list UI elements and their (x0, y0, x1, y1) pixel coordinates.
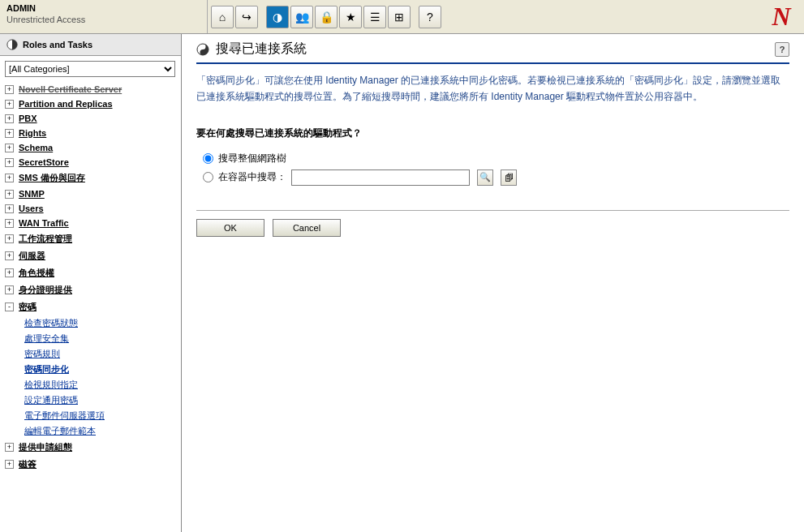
sidebar-item-password[interactable]: -密碼 (5, 298, 176, 315)
sidebar-header: Roles and Tasks (0, 34, 181, 56)
radio-search-container-label: 在容器中搜尋： (218, 170, 286, 184)
sub-sync[interactable]: 密碼同步化 (24, 362, 176, 377)
sub-email-server[interactable]: 電子郵件伺服器選項 (24, 408, 176, 423)
radio-row-tree: 搜尋整個網路樹 (203, 152, 789, 165)
sub-universal[interactable]: 設定通用密碼 (24, 393, 176, 408)
list-icon[interactable]: ☰ (363, 6, 386, 28)
page-title: 搜尋已連接系統 (216, 41, 775, 58)
users-icon[interactable]: 👥 (290, 6, 313, 28)
page-header: 搜尋已連接系統 ? (196, 41, 789, 64)
category-select[interactable]: [All Categories] (5, 61, 175, 77)
sidebar-item-wan[interactable]: +WAN Traffic (5, 216, 176, 230)
sidebar-item-schema[interactable]: +Schema (5, 140, 176, 155)
browse-icon[interactable]: 🔍 (477, 169, 493, 186)
exit-icon[interactable]: ↪ (235, 6, 258, 28)
toolbar: ⌂ ↪ ◑ 👥 🔒 ★ ☰ ⊞ ? N (208, 0, 804, 33)
sidebar-item-roleauth[interactable]: +角色授權 (5, 264, 176, 281)
button-row: OK Cancel (196, 219, 789, 237)
header-access-label: Unrestricted Access (6, 15, 200, 24)
sidebar-item-servers[interactable]: +伺服器 (5, 247, 176, 264)
roles-icon (6, 39, 18, 50)
sidebar-item-snmp[interactable]: +SNMP (5, 187, 176, 201)
sidebar-tree[interactable]: +Novell Certificate Server +Partition an… (0, 82, 181, 532)
radio-search-tree-label: 搜尋整個網路樹 (218, 152, 286, 165)
lock-icon[interactable]: 🔒 (315, 6, 338, 28)
question-text: 要在何處搜尋已連接系統的驅動程式？ (196, 127, 789, 140)
cancel-button[interactable]: Cancel (273, 219, 341, 237)
ok-button[interactable]: OK (196, 219, 264, 237)
radio-row-container: 在容器中搜尋： 🔍 🗐 (203, 169, 789, 186)
history-icon[interactable]: 🗐 (501, 169, 517, 186)
header-admin-title: ADMIN (6, 3, 200, 13)
help-button[interactable]: ? (775, 42, 789, 57)
help-icon[interactable]: ? (419, 6, 441, 28)
sidebar-item-disk[interactable]: +磁簽 (5, 456, 176, 473)
star-icon[interactable]: ★ (339, 6, 362, 28)
intro-text: 「密碼同步化」可讓您在使用 Identity Manager 的已連接系統中同步… (196, 72, 789, 105)
sub-view-assign[interactable]: 檢視規則指定 (24, 377, 176, 393)
category-select-wrap: [All Categories] (5, 61, 175, 77)
sub-email-template[interactable]: 編輯電子郵件範本 (24, 423, 176, 439)
header: ADMIN Unrestricted Access ⌂ ↪ ◑ 👥 🔒 ★ ☰ … (0, 0, 804, 34)
sidebar-item-identity[interactable]: +身分證明提供 (5, 281, 176, 298)
sidebar-item-rights[interactable]: +Rights (5, 126, 176, 140)
sidebar-item-users[interactable]: +Users (5, 201, 176, 216)
sub-check-status[interactable]: 檢查密碼狀態 (24, 315, 176, 331)
sidebar-item-pbx[interactable]: +PBX (5, 111, 176, 126)
radio-search-tree[interactable] (203, 153, 213, 164)
password-subtree: 檢查密碼狀態 處理安全集 密碼規則 密碼同步化 檢視規則指定 設定通用密碼 電子… (5, 315, 176, 439)
radio-search-container[interactable] (203, 172, 213, 182)
header-left: ADMIN Unrestricted Access (0, 0, 208, 33)
sidebar-item-partition[interactable]: +Partition and Replicas (5, 97, 176, 111)
sidebar-item-workflow[interactable]: +工作流程管理 (5, 230, 176, 247)
tag-icon[interactable]: ◑ (266, 6, 289, 28)
sidebar: Roles and Tasks [All Categories] +Novell… (0, 34, 182, 532)
yinyang-icon (196, 43, 209, 56)
novell-logo: N (759, 0, 804, 34)
content: 搜尋已連接系統 ? 「密碼同步化」可讓您在使用 Identity Manager… (182, 34, 804, 532)
sub-policy-set[interactable]: 處理安全集 (24, 331, 176, 346)
org-icon[interactable]: ⊞ (388, 6, 411, 28)
sidebar-header-label: Roles and Tasks (23, 40, 92, 49)
sub-rules[interactable]: 密碼規則 (24, 346, 176, 362)
sidebar-item-secretstore[interactable]: +SecretStore (5, 155, 176, 169)
separator (196, 210, 789, 211)
sidebar-item-sms[interactable]: +SMS 備份與回存 (5, 169, 176, 187)
home-icon[interactable]: ⌂ (211, 6, 234, 28)
sidebar-item-provision[interactable]: +提供申請組態 (5, 439, 176, 456)
sidebar-item-cert-server[interactable]: +Novell Certificate Server (5, 82, 176, 97)
container-input[interactable] (291, 169, 470, 186)
